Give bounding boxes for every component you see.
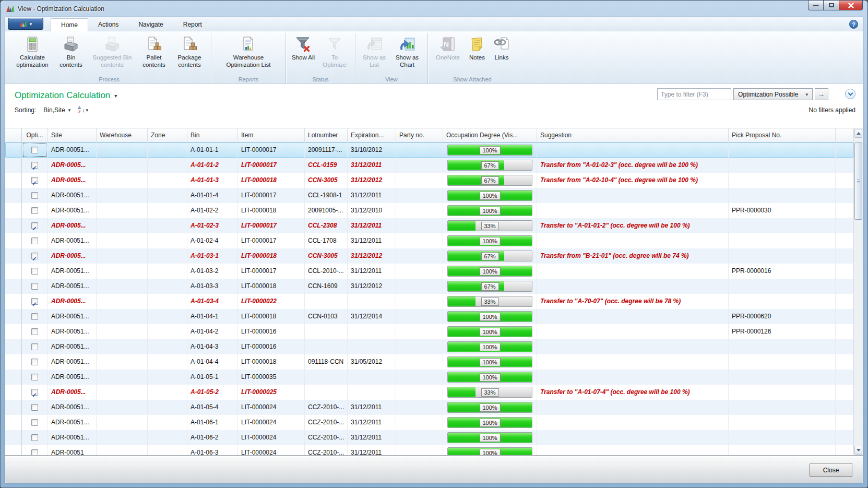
optimize-cell[interactable]: [22, 445, 48, 455]
cell-bin[interactable]: A-01-03-3: [187, 279, 238, 294]
cell-warehouse[interactable]: [97, 218, 148, 233]
cell-site[interactable]: ADR-0005...: [48, 158, 97, 173]
cell-lotnumber[interactable]: [305, 385, 348, 400]
optimize-checkbox[interactable]: [31, 419, 38, 426]
cell-site[interactable]: ADR-00051...: [48, 354, 97, 370]
cell-warehouse[interactable]: [97, 400, 148, 415]
cell-expiration[interactable]: [348, 324, 396, 339]
cell-suggestion[interactable]: Transfer to "A-01-07-4" (occ. degree wil…: [537, 385, 729, 400]
cell-lotnumber[interactable]: CCN-1609: [305, 279, 348, 294]
cell-warehouse[interactable]: [97, 142, 148, 158]
cell-site[interactable]: ADR-0005...: [48, 385, 97, 400]
cell-zone[interactable]: [148, 218, 187, 233]
table-row[interactable]: ADR-0005... A-01-05-2 LIT-0000025 33% Tr…: [5, 385, 853, 400]
optimize-checkbox[interactable]: [31, 343, 38, 350]
table-row[interactable]: ADR-00051 A-01-06-3 LIT-0000024 CCZ-2010…: [5, 445, 853, 455]
cell-party-no[interactable]: [396, 142, 443, 158]
cell-suggestion[interactable]: [537, 188, 729, 203]
optimize-checkbox[interactable]: [31, 449, 38, 455]
cell-zone[interactable]: [148, 279, 187, 294]
row-selector[interactable]: [5, 203, 22, 218]
table-row[interactable]: ADR-00051... A-01-01-1 LIT-0000017 20091…: [5, 142, 853, 158]
cell-warehouse[interactable]: [97, 233, 148, 248]
maximize-button[interactable]: [824, 1, 839, 10]
cell-zone[interactable]: [148, 415, 187, 430]
cell-item[interactable]: LIT-0000024: [238, 445, 305, 455]
cell-pick-proposal-no[interactable]: PPR-0000620: [729, 309, 836, 324]
optimize-cell[interactable]: [22, 248, 48, 264]
cell-bin[interactable]: A-01-02-2: [187, 203, 238, 218]
cell-bin[interactable]: A-01-01-3: [187, 173, 238, 188]
cell-item[interactable]: LIT-0000017: [238, 264, 305, 279]
cell-expiration[interactable]: 31/12/2014: [348, 309, 396, 324]
optimize-checkbox[interactable]: [31, 374, 38, 380]
close-button[interactable]: Close: [810, 463, 852, 477]
cell-suggestion[interactable]: [537, 279, 729, 294]
optimize-cell[interactable]: [22, 233, 48, 248]
cell-party-no[interactable]: [396, 354, 443, 370]
optimize-checkbox[interactable]: [31, 404, 38, 411]
row-selector[interactable]: [5, 370, 22, 385]
cell-zone[interactable]: [148, 445, 187, 455]
row-selector[interactable]: [5, 264, 22, 279]
cell-suggestion[interactable]: [537, 142, 729, 158]
column-header-suggestion[interactable]: Suggestion: [537, 128, 729, 142]
title-bar[interactable]: View - Optimization Calculation: [1, 1, 867, 17]
row-selector[interactable]: [5, 248, 22, 264]
cell-suggestion[interactable]: Transfer to "A-01-01-2" (occ. degree wil…: [537, 218, 729, 233]
cell-bin[interactable]: A-01-03-4: [187, 294, 238, 309]
cell-site[interactable]: ADR-00051: [48, 445, 97, 455]
cell-pick-proposal-no[interactable]: [729, 218, 836, 233]
cell-lotnumber[interactable]: [305, 370, 348, 385]
cell-item[interactable]: LIT-0000016: [238, 324, 305, 339]
table-row[interactable]: ADR-0005... A-01-01-2 LIT-0000017 CCL-01…: [5, 158, 853, 173]
cell-expiration[interactable]: 31/12/2011: [348, 264, 396, 279]
cell-party-no[interactable]: [396, 233, 443, 248]
cell-party-no[interactable]: [396, 218, 443, 233]
table-row[interactable]: ADR-0005... A-01-02-3 LIT-0000017 CCL-23…: [5, 218, 853, 233]
cell-bin[interactable]: A-01-04-3: [187, 339, 238, 354]
cell-item[interactable]: LIT-0000018: [238, 309, 305, 324]
cell-zone[interactable]: [148, 354, 187, 370]
calculate-optimization-button[interactable]: Calculate optimization: [10, 34, 54, 68]
optimize-cell[interactable]: [22, 400, 48, 415]
cell-item[interactable]: LIT-0000017: [238, 218, 305, 233]
table-row[interactable]: ADR-00051... A-01-05-4 LIT-0000024 CCZ-2…: [5, 400, 853, 415]
tab-report[interactable]: Report: [173, 18, 212, 31]
row-selector[interactable]: [5, 339, 22, 354]
cell-zone[interactable]: [148, 158, 187, 173]
scroll-up-button[interactable]: [854, 129, 862, 138]
cell-expiration[interactable]: 31/12/2012: [348, 248, 396, 264]
cell-expiration[interactable]: [348, 385, 396, 400]
cell-site[interactable]: ADR-00051...: [48, 324, 97, 339]
cell-warehouse[interactable]: [97, 264, 148, 279]
cell-expiration[interactable]: 31/12/2012: [348, 173, 396, 188]
cell-party-no[interactable]: [396, 173, 443, 188]
cell-party-no[interactable]: [396, 430, 443, 445]
cell-pick-proposal-no[interactable]: PPR-0000016: [729, 264, 836, 279]
cell-item[interactable]: LIT-0000017: [238, 158, 305, 173]
cell-lotnumber[interactable]: [305, 294, 348, 309]
optimize-checkbox[interactable]: [31, 192, 38, 199]
cell-bin[interactable]: A-01-04-2: [187, 324, 238, 339]
table-row[interactable]: ADR-00051... A-01-06-1 LIT-0000024 CCZ-2…: [5, 415, 853, 430]
apply-filter-button[interactable]: →: [815, 88, 828, 100]
row-selector[interactable]: [5, 233, 22, 248]
cell-party-no[interactable]: [396, 324, 443, 339]
table-row[interactable]: ADR-00051... A-01-02-4 LIT-0000017 CCL-1…: [5, 233, 853, 248]
cell-suggestion[interactable]: [537, 233, 729, 248]
row-selector[interactable]: [5, 158, 22, 173]
cell-suggestion[interactable]: Transfer from "A-01-02-3" (occ. degree w…: [537, 158, 729, 173]
optimize-cell[interactable]: [22, 218, 48, 233]
cell-bin[interactable]: A-01-05-1: [187, 370, 238, 385]
optimize-cell[interactable]: [22, 158, 48, 173]
cell-lotnumber[interactable]: [305, 324, 348, 339]
cell-item[interactable]: LIT-0000022: [238, 294, 305, 309]
cell-item[interactable]: LIT-0000017: [238, 188, 305, 203]
cell-item[interactable]: LIT-0000017: [238, 233, 305, 248]
cell-suggestion[interactable]: [537, 445, 729, 455]
cell-bin[interactable]: A-01-01-4: [187, 188, 238, 203]
cell-zone[interactable]: [148, 294, 187, 309]
cell-item[interactable]: LIT-0000018: [238, 354, 305, 370]
optimize-checkbox[interactable]: [31, 253, 38, 259]
